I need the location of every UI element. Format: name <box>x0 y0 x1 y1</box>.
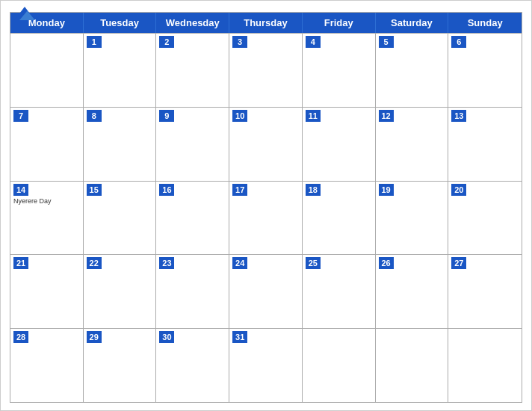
day-number: 23 <box>159 257 174 269</box>
day-cell: 20 <box>448 182 522 255</box>
day-number <box>306 331 321 343</box>
week-row-3: 21222324252627 <box>10 254 522 328</box>
day-cell: 1 <box>84 34 157 107</box>
day-number: 27 <box>451 257 466 269</box>
logo <box>14 7 35 22</box>
day-header-thursday: Thursday <box>229 13 303 33</box>
day-cell: 16 <box>156 182 229 255</box>
holiday-label: Nyerere Day <box>13 197 80 206</box>
day-number: 12 <box>379 110 394 122</box>
day-cell: 22 <box>84 255 157 328</box>
day-number: 17 <box>232 184 247 196</box>
week-row-2: 14Nyerere Day151617181920 <box>10 181 522 255</box>
day-cell: 3 <box>229 34 303 107</box>
day-cell: 14Nyerere Day <box>10 182 84 255</box>
logo-icon <box>14 7 35 20</box>
day-cell: 25 <box>303 255 376 328</box>
weeks: 1234567891011121314Nyerere Day1516171819… <box>10 33 522 402</box>
day-cell <box>10 34 84 107</box>
day-cell: 31 <box>229 329 303 402</box>
day-number: 16 <box>159 184 174 196</box>
day-cell: 9 <box>156 108 229 181</box>
day-cell: 12 <box>376 108 449 181</box>
day-number: 26 <box>379 257 394 269</box>
day-number <box>13 36 28 48</box>
day-number: 6 <box>451 36 466 48</box>
day-cell <box>303 329 376 402</box>
calendar-header <box>1 1 531 12</box>
day-number: 28 <box>13 331 28 343</box>
day-number: 2 <box>159 36 174 48</box>
day-cell: 26 <box>376 255 449 328</box>
day-number: 8 <box>87 110 102 122</box>
day-number: 29 <box>87 331 102 343</box>
calendar-container: MondayTuesdayWednesdayThursdayFridaySatu… <box>0 0 532 411</box>
day-cell: 5 <box>376 34 449 107</box>
day-number: 20 <box>451 184 466 196</box>
day-number: 30 <box>159 331 174 343</box>
day-header-saturday: Saturday <box>376 13 449 33</box>
week-row-0: 123456 <box>10 33 522 107</box>
day-cell: 7 <box>10 108 84 181</box>
day-cell: 18 <box>303 182 376 255</box>
day-number: 4 <box>306 36 321 48</box>
day-cell: 23 <box>156 255 229 328</box>
day-number: 22 <box>87 257 102 269</box>
day-header-tuesday: Tuesday <box>84 13 157 33</box>
day-header-wednesday: Wednesday <box>156 13 229 33</box>
day-number: 24 <box>232 257 247 269</box>
day-number: 10 <box>232 110 247 122</box>
day-header-sunday: Sunday <box>448 13 522 33</box>
day-cell: 4 <box>303 34 376 107</box>
day-number: 15 <box>87 184 102 196</box>
calendar-grid: MondayTuesdayWednesdayThursdayFridaySatu… <box>10 12 522 403</box>
day-cell: 30 <box>156 329 229 402</box>
day-number: 21 <box>13 257 28 269</box>
day-cell: 8 <box>84 108 157 181</box>
day-cell: 13 <box>448 108 522 181</box>
day-cell: 2 <box>156 34 229 107</box>
day-cell: 21 <box>10 255 84 328</box>
day-number: 1 <box>87 36 102 48</box>
day-number: 14 <box>13 184 28 196</box>
day-cell: 24 <box>229 255 303 328</box>
day-cell: 10 <box>229 108 303 181</box>
day-cell: 11 <box>303 108 376 181</box>
day-number: 7 <box>13 110 28 122</box>
day-headers: MondayTuesdayWednesdayThursdayFridaySatu… <box>10 13 522 33</box>
week-row-1: 78910111213 <box>10 107 522 181</box>
day-number: 9 <box>159 110 174 122</box>
day-cell: 19 <box>376 182 449 255</box>
day-number: 5 <box>379 36 394 48</box>
week-row-4: 28293031 <box>10 328 522 402</box>
day-number: 19 <box>379 184 394 196</box>
day-cell <box>448 329 522 402</box>
day-number: 18 <box>306 184 321 196</box>
day-cell <box>376 329 449 402</box>
day-number: 3 <box>232 36 247 48</box>
day-cell: 17 <box>229 182 303 255</box>
day-number <box>451 331 466 343</box>
day-number: 13 <box>451 110 466 122</box>
day-number: 25 <box>306 257 321 269</box>
day-cell: 28 <box>10 329 84 402</box>
day-cell: 27 <box>448 255 522 328</box>
day-cell: 15 <box>84 182 157 255</box>
day-number: 31 <box>232 331 247 343</box>
day-number <box>379 331 394 343</box>
day-cell: 29 <box>84 329 157 402</box>
day-cell: 6 <box>448 34 522 107</box>
day-number: 11 <box>306 110 321 122</box>
day-header-friday: Friday <box>303 13 376 33</box>
